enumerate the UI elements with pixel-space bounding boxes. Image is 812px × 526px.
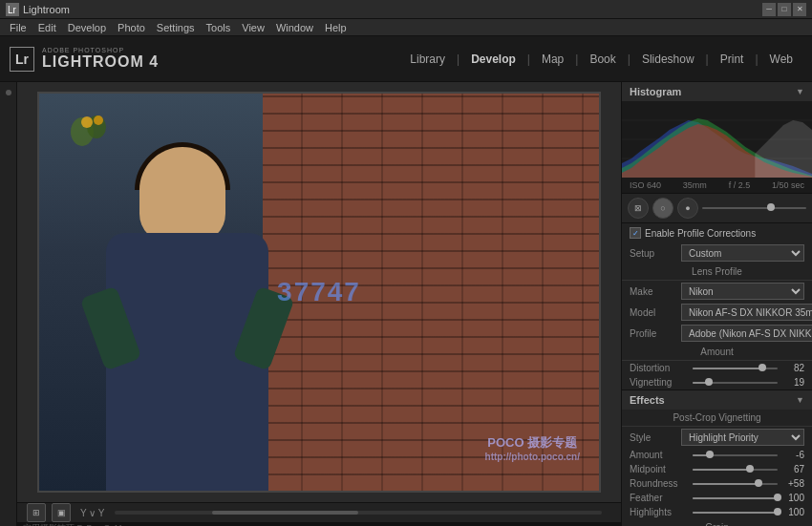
profile-row: Profile Adobe (Nikon AF-S DX NIKKO...: [622, 323, 812, 344]
roundness-value: +58: [781, 478, 804, 489]
amount-slider[interactable]: [693, 454, 778, 456]
menu-develop[interactable]: Develop: [62, 19, 112, 36]
profile-label: Profile: [630, 328, 677, 339]
make-label: Make: [630, 286, 677, 297]
left-panel: [0, 82, 17, 526]
menu-edit[interactable]: Edit: [32, 19, 62, 36]
enable-corrections-checkbox[interactable]: ✓: [630, 227, 641, 239]
photo-content: 37747 POCO 摄影专题 http://photo.poco.cn/: [39, 94, 599, 491]
shutter-value: 1/50 sec: [772, 180, 804, 190]
highlights-slider[interactable]: [693, 512, 778, 514]
distortion-row: Distortion 82: [622, 361, 812, 375]
app-icon: Lr: [6, 3, 19, 16]
setup-label: Setup: [630, 248, 677, 259]
image-area: 37747 POCO 摄影专题 http://photo.poco.cn/ ⊞ …: [17, 82, 621, 526]
image-container: 37747 POCO 摄影专题 http://photo.poco.cn/: [17, 82, 621, 502]
roundness-label: Roundness: [630, 478, 689, 489]
feather-label: Feather: [630, 493, 689, 503]
highlights-label: Highlights: [630, 507, 689, 517]
midpoint-slider[interactable]: [693, 469, 778, 471]
app-body: Lr ADOBE PHOTOSHOP LIGHTROOM 4 Library |…: [0, 36, 812, 526]
nav-web[interactable]: Web: [760, 49, 802, 70]
vignetting-label: Vignetting: [630, 377, 689, 388]
lightroom-name: LIGHTROOM 4: [42, 53, 159, 71]
minimize-button[interactable]: ─: [762, 3, 776, 16]
spot-removal-tool[interactable]: ○: [652, 198, 673, 219]
adobe-label: ADOBE PHOTOSHOP: [42, 47, 159, 53]
histogram-toggle[interactable]: ▼: [796, 87, 804, 96]
module-nav: Library | Develop | Map | Book | Slidesh…: [400, 49, 802, 70]
grid-view-button[interactable]: ⊞: [27, 503, 46, 522]
amount-label: Amount: [630, 450, 689, 460]
main-content: 37747 POCO 摄影专题 http://photo.poco.cn/ ⊞ …: [0, 82, 812, 526]
watermark-poco: POCO 摄影专题 http://photo.poco.cn/: [485, 434, 580, 462]
effects-header[interactable]: Effects ▼: [622, 390, 812, 410]
midpoint-value: 67: [781, 464, 804, 474]
make-select[interactable]: Nikon Canon: [681, 283, 804, 300]
histogram-section: Histogram ▼: [622, 82, 812, 194]
redeye-tool[interactable]: ●: [677, 198, 698, 219]
maximize-button[interactable]: □: [778, 3, 791, 16]
histogram-header[interactable]: Histogram ▼: [622, 82, 812, 101]
menu-file[interactable]: File: [4, 19, 32, 36]
feather-value: 100: [781, 493, 804, 503]
iso-value: ISO 640: [630, 180, 661, 190]
highlights-value: 100: [781, 507, 804, 517]
nav-develop[interactable]: Develop: [461, 49, 525, 70]
vignetting-slider[interactable]: [693, 382, 778, 384]
svg-text:Lr: Lr: [8, 5, 17, 15]
menu-tools[interactable]: Tools: [201, 19, 237, 36]
window-title: Lightroom: [23, 4, 70, 15]
nav-slideshow[interactable]: Slideshow: [632, 49, 704, 70]
close-button[interactable]: ✕: [793, 3, 806, 16]
focal-value: 35mm: [683, 180, 707, 190]
effects-section: Effects ▼ Post-Crop Vignetting Style Hig…: [622, 390, 812, 526]
right-panel: Histogram ▼: [621, 82, 812, 526]
profile-select[interactable]: Adobe (Nikon AF-S DX NIKKO...: [681, 325, 812, 342]
menu-photo[interactable]: Photo: [112, 19, 151, 36]
effects-title: Effects: [630, 394, 665, 406]
setup-select[interactable]: Custom Auto: [681, 244, 804, 262]
make-row: Make Nikon Canon: [622, 281, 812, 302]
setup-row: Setup Custom Auto: [622, 242, 812, 263]
enable-corrections-row: ✓ Enable Profile Corrections: [622, 223, 812, 242]
crop-tool[interactable]: ⊠: [628, 198, 649, 219]
post-crop-title: Post-Crop Vignetting: [622, 410, 812, 427]
scroll-indicator[interactable]: [115, 511, 602, 515]
menu-help[interactable]: Help: [319, 19, 353, 36]
roundness-slider[interactable]: [693, 483, 778, 485]
menu-window[interactable]: Window: [270, 19, 319, 36]
distortion-slider[interactable]: [693, 368, 778, 369]
effects-toggle[interactable]: ▼: [796, 395, 804, 405]
menu-settings[interactable]: Settings: [151, 19, 201, 36]
model-row: Model Nikon AF-S DX NIKKOR 35mm...: [622, 302, 812, 323]
feather-slider[interactable]: [693, 497, 778, 499]
roundness-row: Roundness +58: [622, 476, 812, 491]
svg-point-5: [94, 116, 103, 125]
lr-logo-text: ADOBE PHOTOSHOP LIGHTROOM 4: [42, 47, 159, 71]
amount-value: -6: [781, 450, 804, 460]
app-logo: Lr ADOBE PHOTOSHOP LIGHTROOM 4: [10, 47, 159, 72]
loupe-view-button[interactable]: ▣: [52, 503, 71, 522]
window-controls[interactable]: ─ □ ✕: [762, 3, 806, 16]
midpoint-label: Midpoint: [630, 464, 689, 474]
feather-row: Feather 100: [622, 491, 812, 505]
histogram-area: [622, 101, 812, 178]
tone-slider[interactable]: [702, 207, 806, 209]
nav-map[interactable]: Map: [532, 49, 573, 70]
left-panel-icon: [6, 90, 11, 95]
watermark-numbers: 37747: [277, 277, 361, 307]
menu-view[interactable]: View: [236, 19, 270, 36]
title-bar: Lr Lightroom ─ □ ✕: [0, 0, 812, 19]
nav-library[interactable]: Library: [400, 49, 455, 70]
model-select[interactable]: Nikon AF-S DX NIKKOR 35mm...: [681, 304, 812, 321]
image-bottom-bar: ⊞ ▣ Y ∨ Y: [17, 502, 621, 522]
photo-frame: 37747 POCO 摄影专题 http://photo.poco.cn/: [37, 92, 601, 493]
nav-book[interactable]: Book: [580, 49, 625, 70]
distortion-value: 82: [781, 363, 804, 373]
histogram-title: Histogram: [630, 86, 681, 97]
style-select[interactable]: Highlight Priority Color Priority Paint …: [681, 429, 804, 446]
person-silhouette: [87, 128, 297, 491]
nav-print[interactable]: Print: [711, 49, 754, 70]
poco-brand: POCO 摄影专题: [485, 434, 580, 452]
